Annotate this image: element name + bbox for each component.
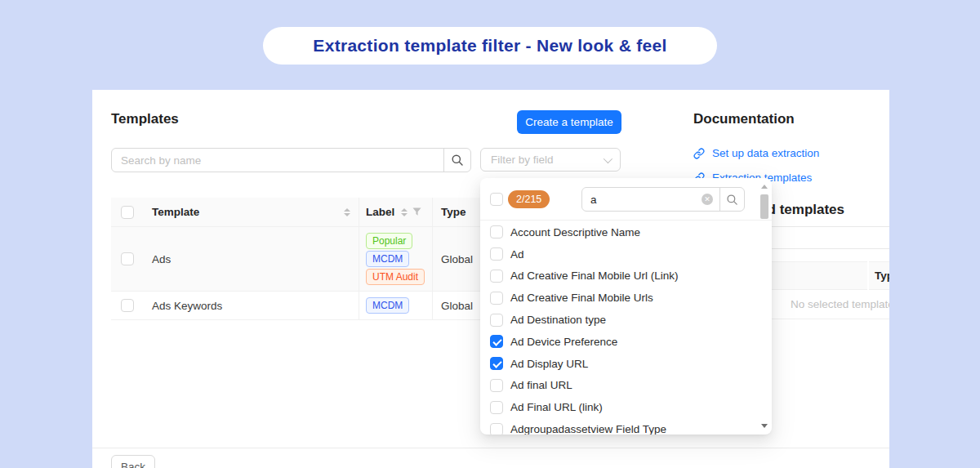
checkbox-icon[interactable] xyxy=(490,247,503,261)
search-input[interactable] xyxy=(112,149,443,172)
template-name-cell: Ads xyxy=(144,227,359,291)
field-option[interactable]: Ad Display URL xyxy=(480,353,758,375)
template-name-cell: Ads Keywords xyxy=(144,292,359,319)
checkbox-checked-icon[interactable] xyxy=(490,335,503,348)
field-option-label: Account Descriptive Name xyxy=(510,226,640,238)
search-icon xyxy=(451,154,464,167)
banner: Extraction template filter - New look & … xyxy=(263,27,717,65)
sort-icon[interactable] xyxy=(344,208,350,216)
filter-icon[interactable] xyxy=(412,207,421,216)
header-label-label: Label xyxy=(366,206,394,218)
link-icon xyxy=(693,148,705,159)
field-option[interactable]: Ad xyxy=(480,243,758,265)
field-option-label: Ad final URL xyxy=(510,379,572,391)
doc-link-label: Set up data extraction xyxy=(712,147,819,159)
sort-icon[interactable] xyxy=(401,208,408,216)
checkbox-icon[interactable] xyxy=(490,423,503,435)
chevron-down-icon xyxy=(604,154,612,163)
label-cell: MCDM xyxy=(359,292,433,319)
field-option-label: Adgroupadassetview Field Type xyxy=(510,423,666,435)
row-checkbox-cell xyxy=(111,292,144,319)
label-tag: UTM Audit xyxy=(366,269,425,285)
field-option[interactable]: Ad Final URL (link) xyxy=(480,396,758,418)
banner-title: Extraction template filter - New look & … xyxy=(313,36,666,56)
create-template-button[interactable]: Create a template xyxy=(517,110,621,134)
page-title: Templates xyxy=(111,111,179,127)
search-icon xyxy=(726,194,738,206)
doc-link-setup-extraction[interactable]: Set up data extraction xyxy=(693,147,819,159)
field-option[interactable]: Ad Creative Final Mobile Urls xyxy=(480,287,758,309)
scroll-up-icon[interactable] xyxy=(761,185,768,189)
field-option[interactable]: Adgroupadassetview Field Type xyxy=(480,418,758,435)
field-search[interactable]: ✕ xyxy=(581,187,745,212)
select-all-fields-checkbox[interactable] xyxy=(490,193,503,206)
row-checkbox-cell xyxy=(111,227,144,291)
field-option[interactable]: Ad Destination type xyxy=(480,309,758,331)
select-all-checkbox[interactable] xyxy=(121,206,134,219)
checkbox-checked-icon[interactable] xyxy=(490,357,503,370)
label-tag: MCDM xyxy=(366,251,409,267)
label-tag: MCDM xyxy=(366,297,409,314)
label-tag: Popular xyxy=(366,233,412,249)
field-option[interactable]: Ad Device Preference xyxy=(480,331,758,353)
template-name: Ads xyxy=(152,253,171,265)
field-search-button[interactable] xyxy=(719,188,744,211)
template-name: Ads Keywords xyxy=(152,300,222,312)
header-template-label: Template xyxy=(152,206,199,218)
footer: Back xyxy=(92,448,889,468)
row-checkbox[interactable] xyxy=(121,252,134,265)
scrollbar[interactable] xyxy=(760,183,769,430)
label-cell: Popular MCDM UTM Audit xyxy=(359,227,433,291)
field-option[interactable]: Ad Creative Final Mobile Url (Link) xyxy=(480,265,758,287)
checkbox-icon[interactable] xyxy=(490,314,503,327)
field-option[interactable]: Ad final URL xyxy=(480,375,758,397)
filter-select-placeholder: Filter by field xyxy=(491,154,554,166)
header-type-label: Type xyxy=(441,206,466,218)
page: Extraction template filter - New look & … xyxy=(0,0,980,468)
header-template[interactable]: Template xyxy=(144,198,359,226)
field-filter-dropdown: 2/215 ✕ Account Descriptive Name Ad Ad C… xyxy=(480,178,772,435)
scroll-down-icon[interactable] xyxy=(761,424,768,428)
clear-icon[interactable]: ✕ xyxy=(702,194,713,205)
type-value: Global xyxy=(441,300,473,312)
field-option-label: Ad Display URL xyxy=(510,358,588,370)
field-option-label: Ad Final URL (link) xyxy=(510,401,603,413)
field-option-label: Ad Creative Final Mobile Url (Link) xyxy=(510,270,679,282)
template-search[interactable] xyxy=(111,148,471,172)
column-divider xyxy=(867,261,869,290)
field-options-list: Account Descriptive Name Ad Ad Creative … xyxy=(480,221,758,435)
checkbox-icon[interactable] xyxy=(490,292,503,305)
back-button[interactable]: Back xyxy=(111,455,155,468)
scrollbar-thumb[interactable] xyxy=(760,194,768,219)
header-checkbox-cell xyxy=(111,198,144,226)
templates-card: Templates Create a template Filter by fi… xyxy=(92,90,889,448)
row-checkbox[interactable] xyxy=(121,299,134,312)
header-label[interactable]: Label xyxy=(359,198,433,226)
checkbox-icon[interactable] xyxy=(490,401,503,414)
checkbox-icon[interactable] xyxy=(490,379,503,392)
documentation-title: Documentation xyxy=(693,111,795,127)
field-option-label: Ad Destination type xyxy=(510,314,606,326)
field-search-input[interactable] xyxy=(582,188,702,211)
checkbox-icon[interactable] xyxy=(490,270,503,283)
checkbox-icon[interactable] xyxy=(490,225,503,238)
filter-by-field-select[interactable]: Filter by field xyxy=(480,148,621,172)
selected-type-column-header: Type xyxy=(875,261,889,290)
field-option[interactable]: Account Descriptive Name xyxy=(480,221,758,243)
field-option-label: Ad Creative Final Mobile Urls xyxy=(510,292,653,304)
type-value: Global xyxy=(441,253,473,265)
field-option-label: Ad xyxy=(510,248,524,261)
dropdown-header: 2/215 ✕ xyxy=(480,178,772,221)
selected-count-badge: 2/215 xyxy=(508,190,550,208)
search-button[interactable] xyxy=(443,149,470,172)
field-option-label: Ad Device Preference xyxy=(510,336,617,348)
